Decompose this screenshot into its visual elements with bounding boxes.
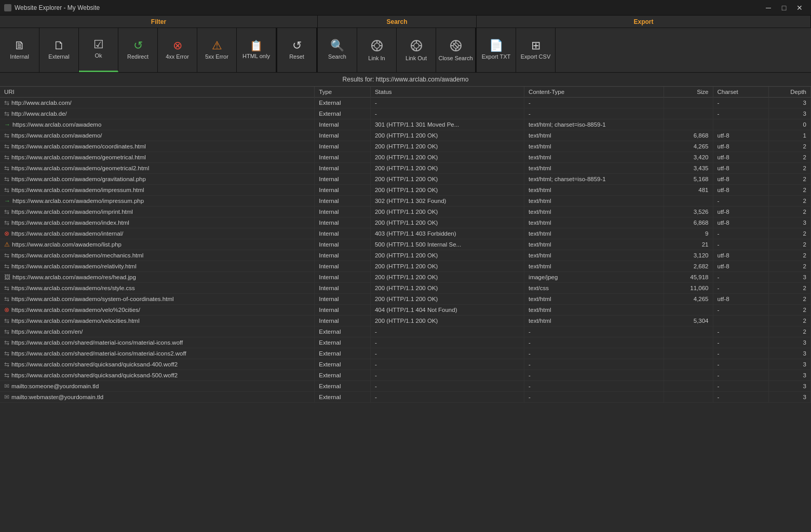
cell-status: 200 (HTTP/1.1 200 OK) — [370, 316, 524, 326]
reset-button[interactable]: ↺ Reset — [277, 28, 317, 72]
cell-uri: ⇆https://www.arclab.com/shared/material-… — [0, 337, 315, 348]
cell-status: - — [370, 392, 524, 403]
cell-uri: →https://www.arclab.com/awademo — [0, 119, 315, 130]
export-csv-button[interactable]: ⊞ Export CSV — [516, 28, 556, 72]
cell-size — [664, 348, 713, 359]
cell-size: 3,420 — [664, 152, 713, 163]
cell-size — [664, 337, 713, 348]
link-out-button[interactable]: Link Out — [397, 28, 436, 72]
cell-status: - — [370, 381, 524, 392]
table-row[interactable]: ⇆http://www.arclab.de/External---3 — [0, 108, 811, 119]
table-row[interactable]: ⇆https://www.arclab.com/awademo/geometri… — [0, 152, 811, 163]
cell-status: - — [370, 326, 524, 337]
table-row[interactable]: ⇆https://www.arclab.com/awademo/Internal… — [0, 130, 811, 141]
close-search-icon — [449, 38, 463, 53]
cell-content-type: text/html; charset=iso-8859-1 — [524, 174, 664, 185]
internal-button[interactable]: 🗎 Internal — [0, 28, 39, 72]
cell-content-type: text/html — [524, 196, 664, 207]
close-search-button[interactable]: Close Search — [436, 28, 476, 72]
cell-type: Internal — [315, 196, 371, 207]
cell-size — [664, 98, 713, 108]
cell-type: Internal — [315, 207, 371, 217]
minimize-button[interactable]: ─ — [761, 1, 776, 15]
table-row[interactable]: ⇆https://www.arclab.com/awademo/impressu… — [0, 185, 811, 196]
cell-content-type: text/html — [524, 239, 664, 250]
cell-type: External — [315, 381, 371, 392]
table-row[interactable]: 🖼https://www.arclab.com/awademo/res/head… — [0, 272, 811, 283]
export-txt-button[interactable]: 📄 Export TXT — [477, 28, 516, 72]
cell-depth: 2 — [769, 305, 811, 316]
5xx-error-label: 5xx Error — [205, 53, 228, 60]
cell-size — [664, 359, 713, 370]
cell-uri: ⇆http://www.arclab.de/ — [0, 108, 315, 119]
external-button[interactable]: 🗋 External — [39, 28, 79, 72]
cell-type: External — [315, 359, 371, 370]
cell-depth: 3 — [769, 348, 811, 359]
cell-status: - — [370, 337, 524, 348]
table-row[interactable]: ⇆https://www.arclab.com/awademo/system-o… — [0, 294, 811, 305]
html-only-button[interactable]: 📋 HTML only — [237, 28, 276, 72]
table-row[interactable]: ⇆https://www.arclab.com/shared/quicksand… — [0, 370, 811, 381]
table-container[interactable]: URI Type Status Content-Type Size Charse… — [0, 87, 811, 532]
table-row[interactable]: ⇆https://www.arclab.com/shared/quicksand… — [0, 359, 811, 370]
table-row[interactable]: ✉mailto:someone@yourdomain.tldExternal--… — [0, 381, 811, 392]
cell-charset: - — [713, 326, 769, 337]
cell-uri: ⇆https://www.arclab.com/awademo/index.ht… — [0, 217, 315, 228]
search-button[interactable]: 🔍 Search — [318, 28, 357, 72]
cell-content-type: text/html; charset=iso-8859-1 — [524, 119, 664, 130]
cell-charset: - — [713, 283, 769, 294]
cell-charset — [713, 316, 769, 326]
table-row[interactable]: →https://www.arclab.com/awademoInternal3… — [0, 119, 811, 130]
col-header-type: Type — [315, 87, 371, 98]
table-row[interactable]: →https://www.arclab.com/awademo/impressu… — [0, 196, 811, 207]
redirect-label: Redirect — [127, 53, 148, 60]
cell-type: Internal — [315, 294, 371, 305]
cell-depth: 3 — [769, 370, 811, 381]
table-row[interactable]: ⇆https://www.arclab.com/awademo/imprint.… — [0, 207, 811, 217]
export-txt-label: Export TXT — [482, 53, 510, 60]
table-row[interactable]: ✉mailto:webmaster@yourdomain.tldExternal… — [0, 392, 811, 403]
table-row[interactable]: ⚠https://www.arclab.com/awademo/list.php… — [0, 239, 811, 250]
cell-content-type: text/html — [524, 130, 664, 141]
maximize-button[interactable]: □ — [777, 1, 791, 15]
link-in-button[interactable]: Link In — [357, 28, 397, 72]
cell-size — [664, 381, 713, 392]
table-row[interactable]: ⇆http://www.arclab.com/External---3 — [0, 98, 811, 108]
window-controls[interactable]: ─ □ ✕ — [761, 1, 807, 15]
close-button[interactable]: ✕ — [792, 1, 807, 15]
cell-charset: utf-8 — [713, 185, 769, 196]
cell-size: 3,526 — [664, 207, 713, 217]
table-row[interactable]: ⇆https://www.arclab.com/awademo/index.ht… — [0, 217, 811, 228]
table-row[interactable]: ⇆https://www.arclab.com/awademo/coordina… — [0, 141, 811, 152]
cell-charset: - — [713, 337, 769, 348]
4xx-error-button[interactable]: ⊗ 4xx Error — [158, 28, 197, 72]
table-row[interactable]: ⊗https://www.arclab.com/awademo/internal… — [0, 228, 811, 239]
table-row[interactable]: ⇆https://www.arclab.com/awademo/relativi… — [0, 261, 811, 272]
cell-content-type: text/css — [524, 283, 664, 294]
cell-charset: utf-8 — [713, 217, 769, 228]
table-row[interactable]: ⇆https://www.arclab.com/awademo/geometri… — [0, 163, 811, 174]
cell-size — [664, 119, 713, 130]
cell-content-type: image/jpeg — [524, 272, 664, 283]
cell-content-type: - — [524, 348, 664, 359]
table-header-row: URI Type Status Content-Type Size Charse… — [0, 87, 811, 98]
redirect-button[interactable]: ↺ Redirect — [118, 28, 158, 72]
table-row[interactable]: ⇆https://www.arclab.com/shared/material-… — [0, 348, 811, 359]
table-row[interactable]: ⇆https://www.arclab.com/awademo/mechanic… — [0, 250, 811, 261]
cell-type: External — [315, 337, 371, 348]
5xx-error-button[interactable]: ⚠ 5xx Error — [197, 28, 237, 72]
ok-icon: ☑ — [93, 39, 104, 50]
table-row[interactable]: ⇆https://www.arclab.com/en/External---2 — [0, 326, 811, 337]
cell-content-type: - — [524, 337, 664, 348]
toolbar-headers: Filter Search Export — [0, 16, 811, 28]
cell-uri: ⇆https://www.arclab.com/awademo/gravitat… — [0, 174, 315, 185]
table-row[interactable]: ⇆https://www.arclab.com/awademo/res/styl… — [0, 283, 811, 294]
table-row[interactable]: ⇆https://www.arclab.com/shared/material-… — [0, 337, 811, 348]
table-row[interactable]: ⊗https://www.arclab.com/awademo/velo%20c… — [0, 305, 811, 316]
ok-button[interactable]: ☑ Ok — [79, 28, 118, 72]
table-row[interactable]: ⇆https://www.arclab.com/awademo/velociti… — [0, 316, 811, 326]
search-label: Search — [328, 53, 346, 60]
cell-depth: 2 — [769, 207, 811, 217]
table-row[interactable]: ⇆https://www.arclab.com/awademo/gravitat… — [0, 174, 811, 185]
cell-size: 21 — [664, 239, 713, 250]
